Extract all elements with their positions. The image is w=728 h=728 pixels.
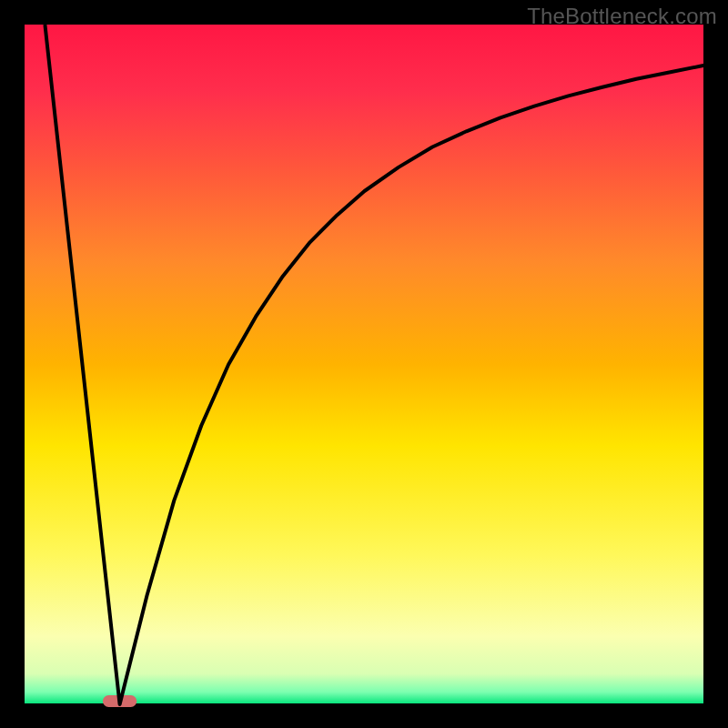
watermark-label: TheBottleneck.com (527, 4, 717, 29)
plot-background (25, 25, 704, 704)
bottleneck-chart (0, 0, 728, 728)
chart-container: TheBottleneck.com (0, 0, 728, 728)
